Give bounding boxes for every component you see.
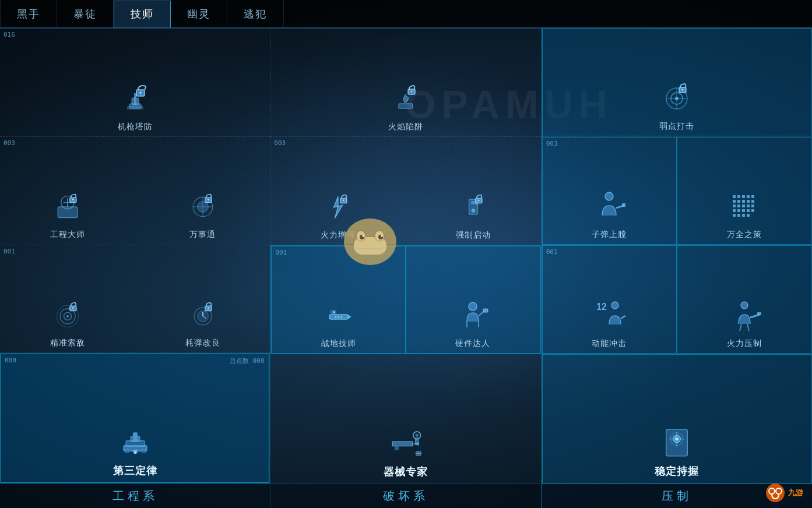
tab-heishou[interactable]: 黑手 — [0, 0, 57, 27]
row-001-dest: 001 战地技 — [270, 245, 540, 354]
skill-suppression[interactable]: 火力压制 — [677, 245, 812, 353]
force-start-label: 强制启动 — [456, 230, 491, 240]
skill-all-round[interactable]: 万事通 — [135, 137, 270, 245]
fire-trap-label: 火焰陷阱 — [388, 121, 423, 132]
svg-rect-81 — [737, 195, 740, 198]
svg-line-111 — [747, 324, 749, 331]
svg-rect-33 — [131, 436, 140, 442]
svg-point-105 — [611, 302, 618, 309]
level-tag-003b: 003 — [274, 139, 286, 147]
weak-point-label: 弱点打击 — [659, 121, 694, 131]
svg-rect-91 — [737, 204, 740, 207]
svg-marker-51 — [348, 315, 351, 319]
skill-kinetic[interactable]: 001 12 动能冲击 — [542, 245, 677, 353]
svg-rect-101 — [737, 214, 740, 217]
level-tag-000: 000 — [5, 357, 16, 364]
row-000-dest: 器械专家 — [270, 354, 540, 484]
skill-fire-trap[interactable]: 火焰陷阱 — [270, 29, 540, 136]
skill-third-law[interactable]: 000 总点数 000 — [1, 354, 269, 483]
fire-boost-label: 火力增强 — [321, 230, 356, 240]
precise-lock-icon — [49, 297, 86, 334]
svg-point-36 — [124, 449, 129, 453]
svg-point-131 — [766, 484, 785, 502]
kinetic-label: 动能冲击 — [592, 338, 627, 348]
weak-point-icon — [658, 80, 695, 117]
steady-grip-label: 稳定持握 — [655, 465, 699, 478]
level-tag-001a: 001 — [3, 248, 15, 255]
hardware-label: 硬件达人 — [455, 338, 490, 348]
svg-rect-109 — [757, 312, 761, 315]
skill-precise-lock[interactable]: 001 — [0, 245, 135, 353]
skill-steady-grip[interactable]: 稳定持握 — [542, 354, 812, 484]
skill-engineer-master[interactable]: 003 — [0, 137, 135, 245]
all-plan-label: 万全之策 — [727, 229, 762, 239]
skill-weak-point[interactable]: 弱点打击 — [542, 29, 812, 136]
tab-youling[interactable]: 幽灵 — [171, 0, 227, 27]
engineer-master-label: 工程大师 — [50, 229, 85, 239]
total-points-label: 总点数 000 — [230, 357, 265, 365]
chamber-label: 子弹上膛 — [592, 229, 627, 239]
third-law-icon — [117, 424, 154, 461]
svg-rect-84 — [751, 195, 754, 198]
field-tech-label: 战地技师 — [321, 338, 356, 348]
svg-rect-100 — [733, 214, 736, 217]
level-tag-003c: 003 — [546, 140, 558, 147]
jiuyou-text: 九游 — [788, 488, 803, 498]
row-001-eng: 001 — [0, 245, 270, 354]
svg-point-53 — [333, 311, 335, 313]
skill-all-plan[interactable]: 万全之策 — [677, 137, 812, 245]
suppression-label: 火力压制 — [727, 338, 762, 348]
tab-baoTu[interactable]: 暴徒 — [57, 0, 114, 27]
svg-rect-103 — [747, 214, 750, 217]
all-round-icon — [184, 188, 222, 225]
svg-point-5 — [139, 91, 142, 94]
suppression-icon — [726, 297, 763, 334]
third-law-label: 第三定律 — [113, 464, 157, 478]
svg-line-106 — [621, 316, 625, 319]
skill-fire-boost[interactable]: 003 火力增强 — [270, 137, 406, 245]
skill-force-start[interactable]: 强制启动 — [406, 137, 541, 245]
level-tag-016: 016 — [3, 31, 15, 38]
svg-point-56 — [340, 316, 342, 318]
tab-jishi[interactable]: 技师 — [114, 1, 171, 28]
precise-lock-label: 精准索敌 — [50, 337, 85, 348]
skill-field-tech[interactable]: 001 战地技 — [271, 246, 406, 354]
svg-point-107 — [741, 302, 748, 309]
svg-point-57 — [469, 302, 477, 311]
skill-turret-defense[interactable]: 016 — [0, 29, 270, 136]
svg-line-110 — [740, 324, 741, 331]
tab-taofan[interactable]: 逃犯 — [227, 0, 284, 27]
level-tag-001b: 001 — [275, 249, 287, 256]
skill-device-expert[interactable]: 器械专家 — [270, 354, 540, 484]
category-destruction: 破坏系 — [270, 484, 540, 508]
svg-rect-85 — [733, 200, 736, 203]
device-expert-label: 器械专家 — [384, 465, 428, 479]
svg-rect-3 — [132, 98, 139, 105]
svg-rect-38 — [399, 104, 413, 108]
force-start-icon — [455, 189, 492, 226]
all-round-label: 万事通 — [189, 229, 216, 239]
svg-point-42 — [343, 199, 345, 201]
svg-point-20 — [66, 315, 69, 318]
tab-bar: 黑手 暴徒 技师 幽灵 逃犯 — [0, 0, 812, 29]
svg-point-119 — [676, 437, 679, 440]
col-destruction: 火焰陷阱 003 — [270, 29, 541, 508]
svg-rect-96 — [737, 209, 740, 212]
svg-rect-80 — [733, 195, 736, 198]
row-016-eng: 016 — [0, 29, 270, 137]
ammo-improve-label: 耗弹改良 — [185, 337, 220, 348]
svg-point-45 — [472, 209, 475, 213]
fire-boost-icon — [319, 189, 357, 226]
field-tech-icon — [320, 297, 357, 334]
skill-chamber[interactable]: 003 子弹上膛 — [542, 137, 677, 245]
svg-rect-95 — [733, 209, 736, 212]
skill-hardware[interactable]: 硬件达人 — [406, 246, 540, 354]
skill-ammo-improve[interactable]: 耗弹改良 — [135, 245, 270, 353]
jiuyou-logo: 九游 — [765, 482, 803, 503]
svg-rect-62 — [395, 446, 399, 450]
svg-point-64 — [415, 433, 418, 436]
all-plan-icon — [726, 188, 763, 225]
row-016-supp: 弱点打击 — [542, 29, 812, 137]
svg-point-76 — [682, 89, 684, 91]
chamber-icon — [590, 188, 628, 225]
